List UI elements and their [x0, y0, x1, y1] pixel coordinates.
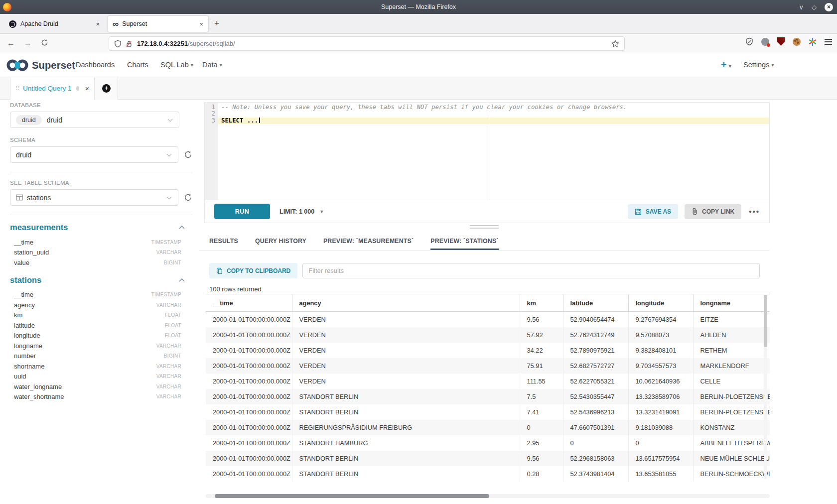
chevron-up-icon[interactable]: [178, 225, 185, 230]
line-number: 3: [205, 118, 215, 124]
tab-results[interactable]: RESULTS: [209, 238, 238, 250]
chevron-up-icon[interactable]: [178, 277, 185, 283]
run-button[interactable]: RUN: [214, 204, 270, 219]
privacy-extension-icon[interactable]: [761, 38, 769, 46]
table-section-stations[interactable]: stations: [10, 275, 185, 285]
cell-latitude: 52.6827572727: [563, 358, 628, 374]
nav-data[interactable]: Data▾: [202, 61, 222, 69]
column-type: TIMESTAMP: [151, 240, 181, 245]
add-query-tab-button[interactable]: +: [95, 77, 118, 100]
schema-select[interactable]: druid: [10, 146, 178, 163]
forward-icon[interactable]: →: [24, 38, 32, 49]
superset-favicon-icon: ∞: [113, 20, 119, 28]
url-bar[interactable]: 172.18.0.4:32251/superset/sqllab/: [109, 36, 625, 51]
more-options-button[interactable]: •••: [749, 207, 760, 216]
chevron-down-icon: [167, 117, 173, 123]
horizontal-scrollbar-thumb[interactable]: [215, 494, 489, 498]
caret-down-icon: ▾: [729, 63, 731, 69]
table-row[interactable]: 2000-01-01T00:00:00.000Z STANDORT BERLIN…: [206, 404, 770, 420]
table-section-measurements[interactable]: measurements: [10, 223, 185, 232]
table-row[interactable]: 2000-01-01T00:00:00.000Z VERDEN 57.92 52…: [206, 327, 770, 343]
query-tab-untitled-query-1[interactable]: ⠿ Untitled Query 1 ×: [10, 77, 95, 100]
table-select[interactable]: stations: [10, 189, 178, 206]
table-row[interactable]: 2000-01-01T00:00:00.000Z VERDEN 111.55 5…: [206, 374, 770, 389]
column-header[interactable]: longitude: [628, 294, 693, 312]
tab-close-icon[interactable]: ×: [96, 20, 100, 28]
ublock-extension-icon[interactable]: [777, 37, 785, 46]
cell-time: 2000-01-01T00:00:00.000Z: [206, 312, 292, 327]
schema-column-row: water_longname VARCHAR: [10, 381, 181, 392]
sql-editor[interactable]: 1 2 3 -- Note: Unless you save your quer…: [205, 103, 769, 200]
copy-link-button[interactable]: COPY LINK: [685, 204, 741, 219]
vertical-scrollbar-thumb[interactable]: [764, 295, 767, 347]
reload-icon[interactable]: [41, 39, 48, 46]
nav-sql-lab[interactable]: SQL Lab▾: [160, 61, 193, 69]
table-row[interactable]: 2000-01-01T00:00:00.000Z STANDORT BERLIN…: [206, 451, 770, 466]
add-new-button[interactable]: +▾: [721, 59, 731, 71]
tab-query-history[interactable]: QUERY HISTORY: [255, 238, 306, 250]
filter-results-input[interactable]: [302, 263, 760, 278]
table-row[interactable]: 2000-01-01T00:00:00.000Z VERDEN 9.56 52.…: [206, 312, 770, 327]
table-row[interactable]: 2000-01-01T00:00:00.000Z VERDEN 75.91 52…: [206, 358, 770, 374]
vertical-scrollbar[interactable]: [764, 295, 767, 479]
column-header[interactable]: km: [520, 294, 563, 312]
save-as-button[interactable]: SAVE AS: [628, 204, 678, 219]
schema-column-row: __time TIMESTAMP: [10, 237, 181, 248]
window-close-icon[interactable]: ×: [825, 3, 833, 11]
cell-longitude: 0: [628, 435, 693, 451]
limit-control[interactable]: LIMIT: 1 000▾: [279, 208, 323, 215]
tab-preview-measurements[interactable]: PREVIEW: `MEASUREMENTS`: [323, 238, 414, 250]
caret-down-icon: ▾: [191, 62, 193, 68]
cell-km: 7.41: [520, 404, 563, 420]
shield-icon[interactable]: [114, 40, 122, 48]
column-name: __time: [14, 239, 33, 246]
copy-icon: [216, 267, 223, 274]
copy-to-clipboard-button[interactable]: COPY TO CLIPBOARD: [209, 263, 297, 278]
menu-hamburger-icon[interactable]: [825, 41, 832, 42]
table-row[interactable]: 2000-01-01T00:00:00.000Z STANDORT HAMBUR…: [206, 435, 770, 451]
database-select[interactable]: druid druid: [10, 112, 179, 128]
table-row[interactable]: 2000-01-01T00:00:00.000Z VERDEN 34.22 52…: [206, 343, 770, 358]
table-row[interactable]: 2000-01-01T00:00:00.000Z STANDORT BERLIN…: [206, 466, 770, 482]
insecure-lock-icon[interactable]: [126, 40, 133, 48]
column-header[interactable]: latitude: [563, 294, 628, 312]
drag-handle-icon[interactable]: ⠿: [15, 85, 19, 92]
refresh-schema-icon[interactable]: [184, 150, 192, 159]
column-header[interactable]: longname: [693, 294, 770, 312]
cell-longname: CELLE: [693, 374, 770, 389]
superset-logo[interactable]: Superset: [6, 58, 75, 72]
nav-charts[interactable]: Charts: [127, 61, 148, 69]
table-value: stations: [27, 194, 51, 202]
browser-tab-apache-druid[interactable]: Apache Druid ×: [4, 16, 105, 32]
bookmark-star-icon[interactable]: [611, 40, 619, 48]
query-tab-close-icon[interactable]: ×: [85, 85, 89, 93]
colorful-extension-icon[interactable]: [809, 38, 817, 46]
back-icon[interactable]: ←: [7, 38, 15, 49]
nav-dashboards[interactable]: Dashboards: [76, 61, 115, 69]
browser-tab-superset[interactable]: ∞ Superset ×: [108, 16, 208, 32]
tab-close-icon[interactable]: ×: [199, 20, 203, 28]
cell-time: 2000-01-01T00:00:00.000Z: [206, 343, 292, 358]
new-tab-button[interactable]: +: [214, 19, 220, 28]
pane-resize-handle[interactable]: [470, 225, 499, 230]
window-minimize-icon[interactable]: ∨: [799, 4, 804, 10]
window-maximize-icon[interactable]: ◇: [812, 4, 817, 10]
protections-shield-icon[interactable]: [745, 37, 753, 46]
table-name-link[interactable]: stations: [10, 275, 41, 285]
table-row[interactable]: 2000-01-01T00:00:00.000Z STANDORT BERLIN…: [206, 389, 770, 404]
table-row[interactable]: 2000-01-01T00:00:00.000Z REGIERUNGSPRÄSI…: [206, 420, 770, 435]
stations-columns: __time TIMESTAMP agency VARCHAR km FLOAT…: [10, 290, 192, 402]
cell-latitude: 52.7890975921: [563, 343, 628, 358]
settings-menu[interactable]: Settings▾: [743, 61, 774, 69]
cell-km: 7.5: [520, 389, 563, 404]
cookie-extension-icon[interactable]: [793, 38, 801, 46]
cell-time: 2000-01-01T00:00:00.000Z: [206, 466, 292, 482]
column-header[interactable]: agency: [292, 294, 520, 312]
column-header[interactable]: __time: [206, 294, 292, 312]
refresh-table-icon[interactable]: [184, 193, 192, 202]
browser-tab-label: Superset: [122, 20, 195, 27]
table-name-link[interactable]: measurements: [10, 223, 68, 232]
tab-preview-stations[interactable]: PREVIEW: `STATIONS`: [430, 238, 498, 250]
horizontal-scrollbar[interactable]: [206, 494, 770, 498]
query-tab-bar: ⠿ Untitled Query 1 × +: [0, 77, 837, 100]
